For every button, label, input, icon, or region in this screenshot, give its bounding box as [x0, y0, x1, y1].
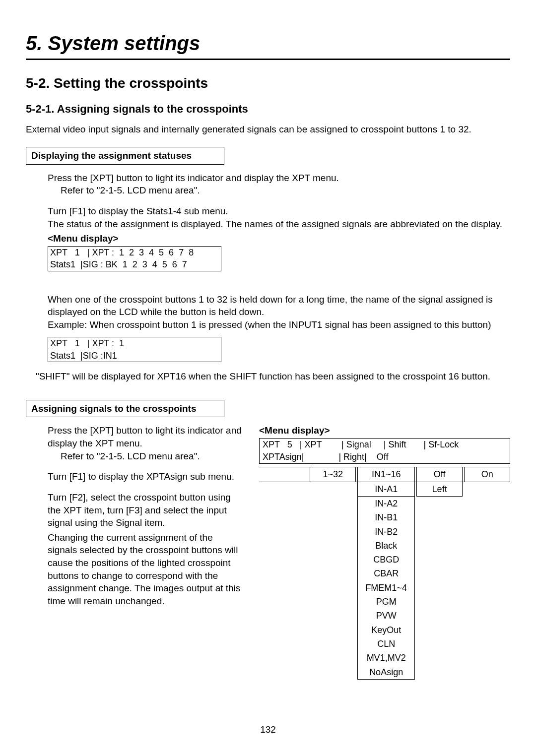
cell-blank: [417, 581, 462, 595]
options-row: PVW: [259, 609, 510, 623]
cell-signal-option: NoAsign: [358, 665, 414, 680]
step-ref: Refer to "2-1-5. LCD menu area".: [48, 450, 244, 463]
cell-blank: [310, 567, 355, 580]
cell-signal-option: IN-B2: [358, 525, 414, 539]
step-text: Turn [F1] to display the Stats1-4 sub me…: [48, 205, 510, 218]
cell-blank: [310, 525, 355, 539]
chapter-title: 5. System settings: [26, 30, 510, 60]
cell-blank: [465, 609, 510, 623]
cell-blank: [310, 651, 355, 665]
cell-signal-option: Black: [358, 539, 414, 553]
lcd-display-stats: XPT 1 | XPT : 1 2 3 4 5 6 7 8 Stats1 |SI…: [48, 246, 221, 271]
cell-signal-option: CBAR: [358, 567, 414, 580]
cell-blank: [259, 637, 310, 651]
cell-blank: [417, 567, 462, 580]
note-held-button: When one of the crosspoint buttons 1 to …: [26, 293, 510, 363]
cell-blank: [259, 510, 310, 524]
cell-blank: [465, 553, 510, 567]
cell-blank: [417, 623, 462, 637]
cell-blank: [417, 651, 462, 665]
cell-blank: [417, 637, 462, 651]
note-text: When one of the crosspoint buttons 1 to …: [48, 293, 510, 331]
cell-blank: [310, 623, 355, 637]
cell-blank: [465, 482, 510, 496]
step-press-xpt-2: Press the [XPT] button to light its indi…: [26, 424, 244, 462]
cell-blank: [465, 637, 510, 651]
cell-blank: [417, 539, 462, 553]
lcd-line: XPT 1 | XPT : 1: [50, 338, 124, 348]
cell-blank: [259, 651, 310, 665]
cell-blank: [310, 496, 355, 510]
cell-blank: [259, 525, 310, 539]
cell-blank: [259, 539, 310, 553]
cell-signal-option: CLN: [358, 637, 414, 651]
box-assigning-signals: Assigning signals to the crosspoints: [26, 400, 224, 418]
cell-blank: [310, 609, 355, 623]
cell-blank: [417, 553, 462, 567]
cell-shift-off: Off: [417, 467, 462, 482]
lcd-line: Stats1 |SIG : BK 1 2 3 4 5 6 7: [50, 259, 187, 269]
step-turn-f1-stats: Turn [F1] to display the Stats1-4 sub me…: [26, 205, 510, 271]
subsection-title: 5-2-1. Assigning signals to the crosspoi…: [26, 102, 510, 117]
menu-display-label: <Menu display>: [259, 424, 510, 437]
cell-signal-option: IN-A2: [358, 496, 414, 510]
page-number: 132: [0, 723, 536, 736]
cell-blank: [417, 525, 462, 539]
cell-blank: [259, 496, 310, 510]
step-text: Press the [XPT] button to light its indi…: [48, 424, 244, 449]
options-row: KeyOut: [259, 623, 510, 637]
cell-signal-option: KeyOut: [358, 623, 414, 637]
cell-blank: [310, 581, 355, 595]
cell-signal-option: CBGD: [358, 553, 414, 567]
cell-blank: [259, 623, 310, 637]
options-row: Black: [259, 539, 510, 553]
lcd-line: Stats1 |SIG :IN1: [50, 351, 117, 361]
cell-blank: [417, 665, 462, 680]
step-text: Press the [XPT] button to light its indi…: [48, 172, 510, 185]
lcd-line: XPT 5 | XPT | Signal | Shift | Sf-Lock: [263, 440, 459, 449]
cell-signal-option: MV1,MV2: [358, 651, 414, 665]
cell-signal-option: IN-B1: [358, 510, 414, 524]
step-ref: Refer to "2-1-5. LCD menu area".: [48, 184, 510, 197]
cell-blank: [259, 553, 310, 567]
step-turn-f1-xptasign: Turn [F1] to display the XPTAsign sub me…: [26, 470, 244, 483]
cell-blank: [310, 539, 355, 553]
cell-blank: [465, 623, 510, 637]
options-row: IN-B2: [259, 525, 510, 539]
intro-text: External video input signals and interna…: [26, 123, 510, 136]
options-row: CLN: [259, 637, 510, 651]
step-turn-f2-f3: Turn [F2], select the crosspoint button …: [26, 491, 244, 529]
options-row: NoAsign: [259, 665, 510, 680]
cell-sflock-on: On: [465, 467, 510, 482]
cell-blank: [465, 496, 510, 510]
cell-signal-option: PGM: [358, 595, 414, 609]
cell-blank: [259, 609, 310, 623]
cell-signal-option: IN-A1: [358, 482, 414, 496]
options-header-row: 1~32 IN1~16 Off On: [259, 467, 510, 482]
cell-blank: [465, 567, 510, 580]
menu-display-label: <Menu display>: [48, 232, 510, 245]
step-text: The status of the assignment is displaye…: [48, 218, 510, 231]
lcd-display-example: XPT 1 | XPT : 1 Stats1 |SIG :IN1: [48, 337, 221, 362]
lcd-display-xptasign: XPT 5 | XPT | Signal | Shift | Sf-Lock X…: [259, 438, 510, 464]
note-shift: "SHIFT" will be displayed for XPT16 when…: [26, 370, 510, 383]
box-displaying-statuses: Displaying the assignment statuses: [26, 147, 224, 165]
cell-blank: [465, 510, 510, 524]
cell-blank: [259, 467, 310, 482]
cell-blank: [259, 581, 310, 595]
cell-blank: [465, 581, 510, 595]
cell-blank: [259, 595, 310, 609]
options-table: 1~32 IN1~16 Off On IN-A1LeftIN-A2IN-B1IN…: [259, 467, 510, 679]
cell-signal-range: IN1~16: [358, 467, 414, 482]
step-change-assignment: Changing the current assignment of the s…: [26, 531, 244, 608]
cell-blank: [310, 482, 355, 496]
cell-blank: [465, 665, 510, 680]
cell-blank: [310, 510, 355, 524]
cell-signal-option: PVW: [358, 609, 414, 623]
cell-shift-left: Left: [417, 482, 462, 496]
cell-blank: [465, 525, 510, 539]
cell-blank: [465, 651, 510, 665]
cell-blank: [310, 637, 355, 651]
lcd-line: XPT 1 | XPT : 1 2 3 4 5 6 7 8: [50, 248, 194, 257]
options-row: IN-A1Left: [259, 482, 510, 496]
